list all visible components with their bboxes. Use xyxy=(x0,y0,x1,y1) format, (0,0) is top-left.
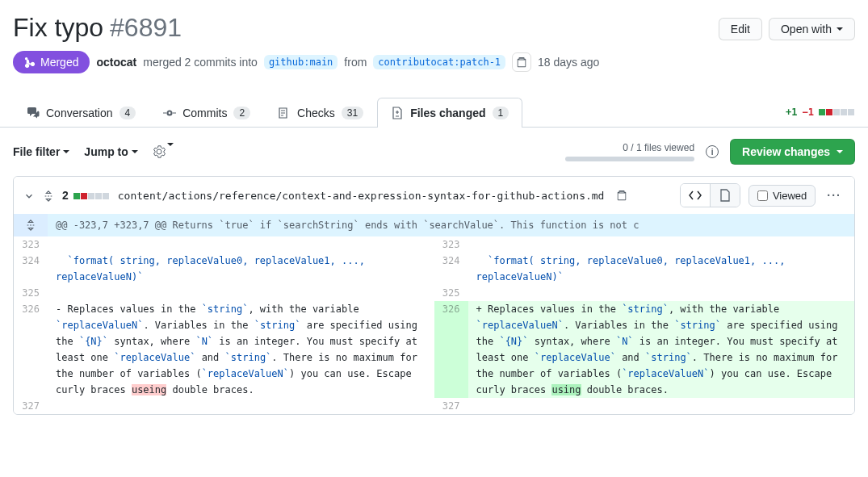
tab-files-count: 1 xyxy=(493,107,509,119)
viewed-checkbox[interactable] xyxy=(757,190,768,201)
review-changes-button[interactable]: Review changes xyxy=(730,139,855,165)
diff-line: 325 325 xyxy=(14,285,854,301)
line-number-left[interactable]: 326 xyxy=(14,301,48,398)
jump-to-button[interactable]: Jump to xyxy=(84,145,137,158)
tab-conversation-label: Conversation xyxy=(46,107,113,119)
git-merge-icon xyxy=(24,56,36,68)
deletions-count: −1 xyxy=(803,107,814,118)
tab-commits[interactable]: Commits 2 xyxy=(149,98,264,128)
progress-bar xyxy=(565,157,694,161)
file-path[interactable]: content/actions/reference/context-and-ex… xyxy=(118,190,605,202)
pr-number: #6891 xyxy=(110,13,182,43)
tabs-row: Conversation 4 Commits 2 Checks 31 Files… xyxy=(0,98,868,128)
file-menu-button[interactable]: ··· xyxy=(824,189,845,202)
author[interactable]: octocat xyxy=(96,56,136,69)
code-cell xyxy=(48,236,434,253)
diffstat-bar xyxy=(819,107,855,118)
line-number-left[interactable]: 325 xyxy=(14,285,48,301)
line-number-right[interactable]: 324 xyxy=(434,253,468,285)
tab-conversation-count: 4 xyxy=(120,107,136,119)
base-branch[interactable]: github:main xyxy=(264,55,338,69)
code-cell: `format( string, replaceValue0, replaceV… xyxy=(48,253,434,285)
tab-checks-label: Checks xyxy=(297,107,335,119)
info-icon[interactable]: i xyxy=(706,145,719,158)
file-icon xyxy=(719,189,732,202)
head-branch[interactable]: contributocat:patch-1 xyxy=(373,55,505,69)
code-cell xyxy=(48,398,434,414)
clipboard-icon xyxy=(616,190,627,201)
merge-time: 18 days ago xyxy=(538,56,599,69)
code-cell xyxy=(48,285,434,301)
pr-meta-row: Merged octocat merged 2 commits into git… xyxy=(0,43,868,86)
line-number-right[interactable]: 325 xyxy=(434,285,468,301)
code-cell xyxy=(468,236,855,253)
file-filter-label: File filter xyxy=(13,145,60,158)
diff-settings-button[interactable] xyxy=(153,145,174,158)
review-changes-label: Review changes xyxy=(742,145,830,158)
line-number-right[interactable]: 323 xyxy=(434,236,468,253)
pr-title: Fix typo xyxy=(13,13,103,43)
tab-commits-label: Commits xyxy=(182,107,227,119)
diff-line: 327 327 xyxy=(14,398,854,414)
file-diff-icon xyxy=(391,107,404,119)
git-commit-icon xyxy=(163,107,176,119)
file-filter-button[interactable]: File filter xyxy=(13,145,69,158)
code-cell-addition: + Replaces values in the `string`, with … xyxy=(468,301,855,398)
caret-down-icon xyxy=(63,150,69,153)
additions-count: +1 xyxy=(786,107,797,118)
file-changes-count: 2 xyxy=(62,189,69,202)
tab-checks[interactable]: Checks 31 xyxy=(264,98,377,128)
overall-diffstat: +1 −1 xyxy=(786,107,855,118)
line-number-left[interactable]: 327 xyxy=(14,398,48,414)
line-number-right[interactable]: 326 xyxy=(434,301,468,398)
edit-button[interactable]: Edit xyxy=(719,18,762,40)
pr-title-block: Fix typo #6891 xyxy=(13,13,182,43)
files-viewed-progress: 0 / 1 files viewed xyxy=(565,142,694,161)
code-cell xyxy=(468,398,855,414)
diff-line-changed: 326 - Replaces values in the `string`, w… xyxy=(14,301,854,398)
line-number-right[interactable]: 327 xyxy=(434,398,468,414)
open-with-label: Open with xyxy=(781,23,832,36)
source-view-button[interactable] xyxy=(681,184,711,207)
added-word: using xyxy=(551,384,581,395)
caret-down-icon xyxy=(837,150,843,153)
diff-view-toggle xyxy=(680,183,740,207)
code-cell-deletion: - Replaces values in the `string`, with … xyxy=(48,301,434,398)
unfold-icon xyxy=(25,220,36,231)
gear-icon xyxy=(153,145,166,158)
copy-path-button[interactable] xyxy=(612,186,631,205)
file-diff-block: 2 content/actions/reference/context-and-… xyxy=(13,176,855,415)
hunk-header-text: @@ -323,7 +323,7 @@ Returns `true` if `s… xyxy=(48,214,854,236)
tab-files-label: Files changed xyxy=(410,107,485,119)
comment-discussion-icon xyxy=(27,107,40,119)
open-with-button[interactable]: Open with xyxy=(769,18,855,40)
line-number-left[interactable]: 324 xyxy=(14,253,48,285)
copy-branch-button[interactable] xyxy=(512,52,531,72)
expand-hunk-button[interactable] xyxy=(14,214,48,236)
viewed-toggle[interactable]: Viewed xyxy=(748,185,816,207)
line-number-left[interactable]: 323 xyxy=(14,236,48,253)
hunk-header-row: @@ -323,7 +323,7 @@ Returns `true` if `s… xyxy=(14,214,854,236)
code-cell xyxy=(468,285,855,301)
collapse-file-button[interactable] xyxy=(23,189,35,202)
unfold-icon xyxy=(43,190,54,202)
code-icon xyxy=(689,189,702,202)
rendered-view-button[interactable] xyxy=(711,184,740,207)
chevron-down-icon xyxy=(23,190,35,202)
diff-line: 324 `format( string, replaceValue0, repl… xyxy=(14,253,854,285)
file-header: 2 content/actions/reference/context-and-… xyxy=(14,177,854,214)
caret-down-icon xyxy=(132,150,138,153)
expand-all-button[interactable] xyxy=(43,189,54,202)
caret-down-icon xyxy=(167,143,174,158)
progress-text: 0 / 1 files viewed xyxy=(623,142,694,153)
state-badge: Merged xyxy=(13,51,90,73)
checklist-icon xyxy=(278,107,291,119)
diff-table: @@ -323,7 +323,7 @@ Returns `true` if `s… xyxy=(14,214,854,414)
merge-text-1: merged 2 commits into xyxy=(143,56,258,69)
clipboard-icon xyxy=(516,56,527,68)
tab-checks-count: 31 xyxy=(342,107,363,119)
code-cell: `format( string, replaceValue0, replaceV… xyxy=(468,253,855,285)
viewed-label: Viewed xyxy=(773,190,807,202)
tab-conversation[interactable]: Conversation 4 xyxy=(13,98,149,128)
tab-files-changed[interactable]: Files changed 1 xyxy=(377,98,522,128)
